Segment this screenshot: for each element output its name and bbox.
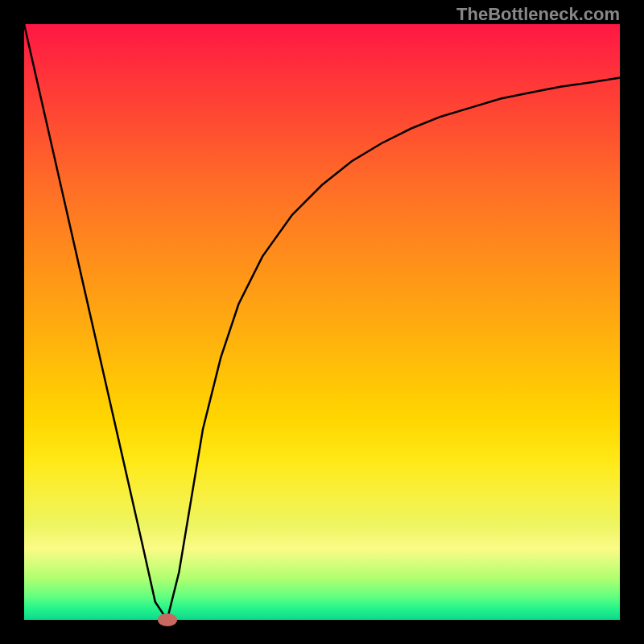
attribution-label: TheBottleneck.com xyxy=(456,4,620,25)
bottleneck-curve xyxy=(24,24,620,620)
optimal-point-marker xyxy=(158,613,177,626)
chart-plot-area xyxy=(24,24,620,620)
